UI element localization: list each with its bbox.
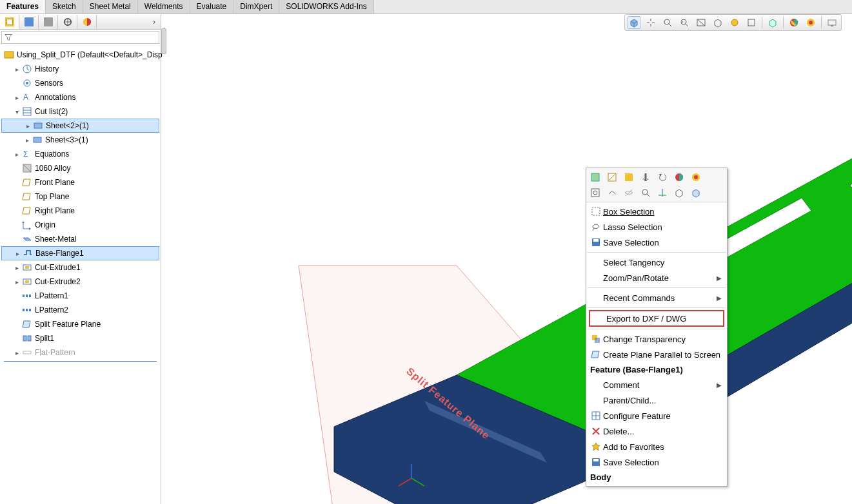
section-view-button[interactable]	[695, 16, 708, 29]
expander-icon[interactable]: ▾	[13, 108, 21, 115]
ctx-export-dxf-dwg[interactable]: Export to DXF / DWG	[589, 311, 724, 326]
ctx-tb-suppress[interactable]	[639, 171, 652, 184]
ctx-tb-hide[interactable]	[622, 186, 635, 199]
tree-item-sensors[interactable]: Sensors	[1, 76, 159, 90]
ctx-highlighted-row: Export to DXF / DWG	[589, 310, 724, 327]
expander-icon[interactable]: ▸	[14, 250, 21, 257]
ctx-comment[interactable]: Comment ▶	[586, 377, 727, 393]
tree-item-flat-pattern[interactable]: ▸ Flat-Pattern	[1, 345, 159, 360]
fm-pane-feature-tree[interactable]	[0, 15, 19, 29]
tree-item-base-flange1[interactable]: ▸ Base-Flange1	[1, 246, 159, 260]
fm-filter-bar[interactable]	[1, 31, 159, 44]
expander-icon[interactable]: ▸	[13, 278, 21, 286]
view-cube-button[interactable]	[766, 16, 779, 29]
ctx-tb-appearance[interactable]	[673, 171, 686, 184]
ctx-tb-zoom-fit[interactable]	[639, 186, 652, 199]
zoom-to-area-button[interactable]	[661, 16, 674, 29]
tree-item-split-feature-plane[interactable]: Split Feature Plane	[1, 317, 159, 331]
ctx-configure-feature[interactable]: Configure Feature	[586, 408, 727, 423]
tree-item-sheet3[interactable]: ▸ Sheet<3>(1)	[1, 133, 159, 147]
ctx-tb-move-triad[interactable]	[656, 186, 669, 199]
tree-item-front-plane[interactable]: Front Plane	[1, 175, 159, 189]
view-orientation-button[interactable]	[628, 16, 640, 29]
ctx-lasso-selection[interactable]: Lasso Selection	[586, 219, 727, 235]
tree-label: Right Plane	[35, 206, 75, 215]
fm-pane-overflow[interactable]: ›	[148, 17, 161, 26]
ctx-add-to-favorites[interactable]: Add to Favorites	[586, 439, 727, 454]
tree-item-sheet2[interactable]: ▸ Sheet<2>(1)	[1, 119, 159, 133]
tree-item-equations[interactable]: ▸ Σ Equations	[1, 147, 159, 161]
ctx-save-selection[interactable]: Save Selection	[586, 235, 727, 250]
tree-item-annotations[interactable]: ▸ A Annotations	[1, 90, 159, 104]
tree-item-material[interactable]: 1060 Alloy	[1, 161, 159, 175]
ctx-tb-isolate[interactable]	[673, 186, 686, 199]
submenu-arrow-icon: ▶	[717, 275, 722, 282]
expander-icon[interactable]: ▸	[13, 66, 21, 73]
rollback-bar[interactable]	[4, 361, 157, 362]
fm-pane-display-mgr[interactable]	[77, 15, 97, 29]
tree-item-lpattern1[interactable]: LPattern1	[1, 289, 159, 303]
svg-rect-74	[592, 208, 600, 215]
fm-resize-handle[interactable]	[161, 28, 166, 54]
cut-extrude-icon	[22, 276, 32, 287]
ctx-parent-child[interactable]: Parent/Child...	[586, 393, 727, 408]
tree-item-origin[interactable]: Origin	[1, 218, 159, 232]
tree-item-cut-extrude1[interactable]: ▸ Cut-Extrude1	[1, 260, 159, 275]
ctx-create-plane-parallel[interactable]: Create Plane Parallel to Screen	[586, 347, 727, 362]
ctx-zoom-pan-rotate[interactable]: Zoom/Pan/Rotate ▶	[586, 270, 727, 286]
tree-item-cut-extrude2[interactable]: ▸ Cut-Extrude2	[1, 275, 159, 289]
ctx-tb-normal-to[interactable]	[606, 186, 619, 199]
display-style-button[interactable]	[728, 16, 741, 29]
filter-icon	[5, 34, 12, 41]
expander-icon[interactable]: ▸	[23, 137, 31, 144]
tab-dimxpert[interactable]: DimXpert	[233, 0, 279, 14]
ctx-tb-edit-feature[interactable]	[606, 171, 619, 184]
tab-evaluate[interactable]: Evaluate	[190, 0, 234, 14]
tree-item-cutlist[interactable]: ▾ Cut list(2)	[1, 104, 159, 119]
previous-view-button[interactable]: ‹	[678, 16, 691, 29]
tree-root[interactable]: Using_Split_DTF (Default<<Default>_Disp	[1, 48, 159, 62]
tree-item-top-plane[interactable]: Top Plane	[1, 189, 159, 204]
tab-sketch[interactable]: Sketch	[46, 0, 83, 14]
tree-item-split1[interactable]: Split1	[1, 331, 159, 345]
view-settings-button[interactable]	[826, 16, 838, 29]
view-orientation-drop-button[interactable]	[711, 16, 724, 29]
expander-icon[interactable]: ▸	[24, 122, 32, 130]
apply-scene-button[interactable]	[804, 16, 817, 29]
ctx-tb-body[interactable]	[689, 186, 702, 199]
tab-features[interactable]: Features	[0, 0, 46, 14]
zoom-to-fit-button[interactable]	[644, 16, 657, 29]
ctx-tb-rollback[interactable]	[656, 171, 669, 184]
tree-item-right-plane[interactable]: Right Plane	[1, 204, 159, 218]
expander-icon[interactable]: ▸	[13, 264, 21, 271]
fm-pane-dimxpert-mgr[interactable]	[58, 15, 77, 29]
ctx-box-selection[interactable]: Box Selection	[586, 204, 727, 219]
create-plane-icon	[589, 349, 603, 360]
ctx-recent-commands[interactable]: Recent Commands ▶	[586, 290, 727, 305]
ctx-select-tangency[interactable]: Select Tangency	[586, 255, 727, 270]
fm-pane-property-mgr[interactable]	[19, 15, 39, 29]
ctx-change-transparency[interactable]: Change Transparency	[586, 331, 727, 347]
expander-icon[interactable]: ▸	[13, 94, 21, 101]
tab-sheet-metal[interactable]: Sheet Metal	[83, 0, 138, 14]
command-manager-tabs: Features Sketch Sheet Metal Weldments Ev…	[0, 0, 852, 14]
ctx-delete[interactable]: Delete...	[586, 423, 727, 439]
fm-pane-config-mgr[interactable]	[39, 15, 58, 29]
tree-item-history[interactable]: ▸ History	[1, 62, 159, 76]
ctx-tb-appearance2[interactable]	[689, 171, 702, 184]
tab-addins[interactable]: SOLIDWORKS Add-Ins	[279, 0, 373, 14]
ctx-tb-zoom-selection[interactable]	[589, 186, 602, 199]
ctx-tb-select-other[interactable]	[589, 171, 602, 184]
edit-appearance-button[interactable]	[788, 16, 800, 29]
expander-icon[interactable]: ▸	[13, 151, 21, 158]
tree-item-lpattern2[interactable]: LPattern2	[1, 303, 159, 317]
tree-item-sheet-metal[interactable]: Sheet-Metal	[1, 232, 159, 246]
ctx-separator	[588, 252, 726, 253]
svg-rect-2	[25, 17, 34, 26]
ctx-save-selection-2[interactable]: Save Selection	[586, 454, 727, 470]
hide-show-items-button[interactable]	[745, 16, 758, 29]
ctx-tb-edit-sketch[interactable]	[622, 171, 635, 184]
graphics-viewport[interactable]: ‹	[166, 14, 852, 504]
expander-icon[interactable]: ▸	[13, 349, 21, 356]
tab-weldments[interactable]: Weldments	[138, 0, 190, 14]
